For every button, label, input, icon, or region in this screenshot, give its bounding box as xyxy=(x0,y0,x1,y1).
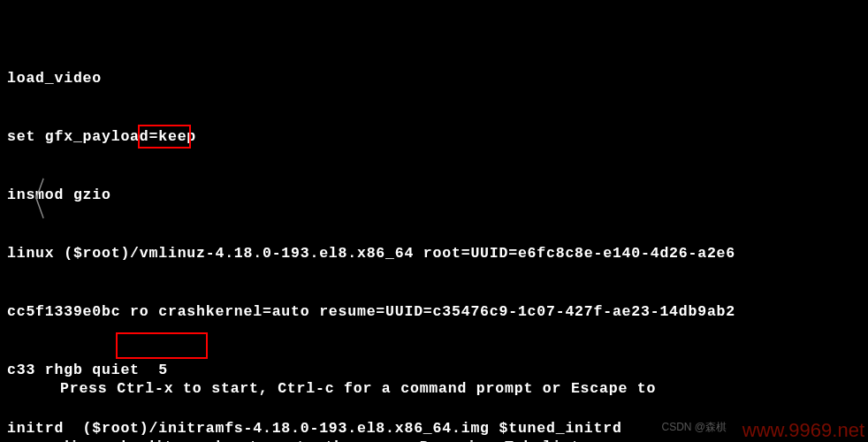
boot-line-load-video: load_video xyxy=(7,69,861,88)
watermark-csdn: CSDN @森棋 xyxy=(661,417,727,437)
back-arrow-icon[interactable]: 〈 xyxy=(13,187,49,212)
watermark-site: www.9969.net xyxy=(742,421,864,440)
hint-line-2: discard edits and return to the menu. Pr… xyxy=(60,438,656,442)
boot-line-insmod: insmod gzio xyxy=(7,186,861,205)
boot-line-linux-cont1: cc5f1339e0bc ro crashkernel=auto resume=… xyxy=(7,302,861,322)
boot-line-linux: linux ($root)/vmlinuz-4.18.0-193.el8.x86… xyxy=(7,244,861,263)
grub-editor-screen: load_video set gfx_payload=keep insmod g… xyxy=(0,0,868,442)
hint-line-1: Press Ctrl-x to start, Ctrl-c for a comm… xyxy=(60,379,656,399)
boot-line-gfx-payload: set gfx_payload=keep xyxy=(7,127,861,147)
grub-hint-text: Press Ctrl-x to start, Ctrl-c for a comm… xyxy=(60,340,656,442)
